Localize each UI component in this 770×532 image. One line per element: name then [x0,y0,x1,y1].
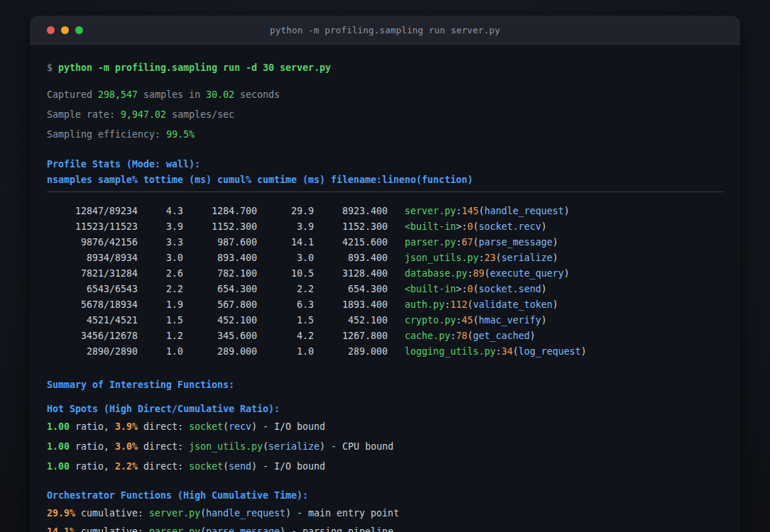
line-number: 112 [450,299,467,310]
ratio-value: 1.00 [47,441,70,452]
function-name: execute_query [490,268,563,279]
paren: ) [530,331,536,341]
line-number: 67 [461,237,473,248]
capture-stat-line: Captured 298,547 samples in 30.02 second… [47,87,723,103]
row-metrics: 5678/18934 1.9 567.800 6.3 1893.400 [47,299,405,310]
paren: ) [581,346,587,357]
filename: logging_utils.py [405,346,495,357]
filename: socket [189,461,223,472]
row-metrics: 2890/2890 1.0 289.000 1.0 289.000 [47,346,405,357]
paren: ) [553,253,559,263]
terminal-output: $ python -m profiling.sampling run -d 30… [30,60,740,532]
note: - main entry point [291,508,399,519]
row-metrics: 9876/42156 3.3 987.600 14.1 4215.600 [47,237,405,248]
function-name: hmac_verify [478,315,541,326]
hot-spots-title: Hot Spots (High Direct/Cumulative Ratio)… [47,401,723,417]
text-segment: cumulative: [75,526,149,532]
filename: parser.py [405,237,456,248]
function-name: parse_message [478,237,552,248]
separator: >: [456,284,467,294]
function-name: serialize [268,441,319,452]
terminal-window: python -m profiling.sampling run server.… [30,16,740,532]
paren: ( [200,526,206,532]
text-segment: 30.02 [206,89,234,100]
note: - I/O bound [257,461,325,472]
function-name: validate_token [473,299,552,310]
filename: json_utils.py [189,441,263,452]
paren: ) [553,237,559,248]
text-segment: cumulative: [75,508,149,519]
text-segment: samples in [138,89,206,100]
capture-stat-line: Sampling efficiency: 99.5% [47,127,723,143]
paren: ) [541,221,547,232]
function-name: send [229,461,251,472]
filename: json_utils.py [405,253,478,263]
text-segment: ratio, [70,461,115,472]
text-segment: ratio, [70,421,115,432]
filename: <built-in [405,221,456,232]
row-metrics: 7821/31284 2.6 782.100 10.5 3128.400 [47,268,405,279]
hot-spot-item: 1.00 ratio, 3.9% direct: socket(recv) - … [47,419,723,435]
line-number: 145 [461,206,478,216]
row-metrics: 11523/11523 3.9 1152.300 3.9 1152.300 [47,221,405,232]
paren: ) [541,315,547,326]
text-segment: seconds [234,89,280,100]
filename: cache.py [405,331,450,341]
hot-spot-item: 1.00 ratio, 2.2% direct: socket(send) - … [47,459,723,475]
note: - I/O bound [257,421,325,432]
function-name: get_cached [473,331,529,341]
cumulative-percent: 14.1% [47,526,75,532]
paren: ) [564,206,570,216]
function-name: serialize [501,253,552,263]
text-segment: Hot Spots (High Direct/Cumulative Ratio)… [47,404,280,414]
text-segment: direct: [138,461,189,472]
hot-spot-item: 1.00 ratio, 3.0% direct: json_utils.py(s… [47,439,723,455]
table-row: 2890/2890 1.0 289.000 1.0 289.000 loggin… [47,344,723,360]
table-row: 9876/42156 3.3 987.600 14.1 4215.600 par… [47,235,723,250]
filename: <built-in [405,284,456,294]
table-row: 7821/31284 2.6 782.100 10.5 3128.400 dat… [47,266,723,282]
line-number: 23 [484,253,495,263]
direct-percent: 3.9% [115,421,138,432]
filename: auth.py [405,299,444,310]
minimize-button[interactable] [61,26,69,34]
table-row: 5678/18934 1.9 567.800 6.3 1893.400 auth… [47,297,723,313]
summary-title: Summary of Interesting Functions: [47,377,723,393]
text-segment: samples/sec [166,109,234,120]
profile-stats-title: Profile Stats (Mode: wall): [47,157,723,172]
ratio-value: 1.00 [47,421,70,432]
text-segment: Profile Stats (Mode: wall): [47,159,200,170]
prompt-symbol: $ [47,62,58,73]
text-segment: nsamples sample% tottime (ms) cumul% cum… [47,174,473,185]
function-name: handle_request [484,206,563,216]
cumulative-percent: 29.9% [47,508,75,519]
close-button[interactable] [47,26,55,34]
table-divider [47,192,723,192]
maximize-button[interactable] [75,26,83,34]
paren: ) [564,268,570,279]
text-segment: ratio, [70,441,115,452]
filename: server.py [405,206,456,216]
function-name: handle_request [206,508,285,519]
orchestrator-item: 29.9% cumulative: server.py(handle_reque… [47,506,723,521]
filename: crypto.py [405,315,456,326]
text-segment: Sampling efficiency: [47,129,166,140]
text-segment: direct: [138,421,189,432]
table-row: 3456/12678 1.2 345.600 4.2 1267.800 cach… [47,328,723,344]
terminal-title-bar: python -m profiling.sampling run server.… [30,16,740,45]
separator: >: [456,221,467,232]
text-segment: direct: [138,441,189,452]
text-segment: Orchestrator Functions (High Cumulative … [47,490,308,501]
text-segment: 9,947.02 [121,109,166,120]
ratio-value: 1.00 [47,461,70,472]
function-name: socket.send [478,284,541,294]
row-metrics: 3456/12678 1.2 345.600 4.2 1267.800 [47,331,405,341]
desktop-background: python -m profiling.sampling run server.… [0,0,770,532]
window-title: python -m profiling.sampling run server.… [270,25,500,35]
table-row: 8934/8934 3.0 893.400 3.0 893.400 json_u… [47,250,723,266]
filename: database.py [405,268,467,279]
table-row: 4521/4521 1.5 452.100 1.5 452.100 crypto… [47,313,723,328]
table-row: 12847/89234 4.3 1284.700 29.9 8923.400 s… [47,204,723,219]
table-row: 11523/11523 3.9 1152.300 3.9 1152.300 <b… [47,219,723,235]
table-row: 6543/6543 2.2 654.300 2.2 654.300 <built… [47,282,723,297]
